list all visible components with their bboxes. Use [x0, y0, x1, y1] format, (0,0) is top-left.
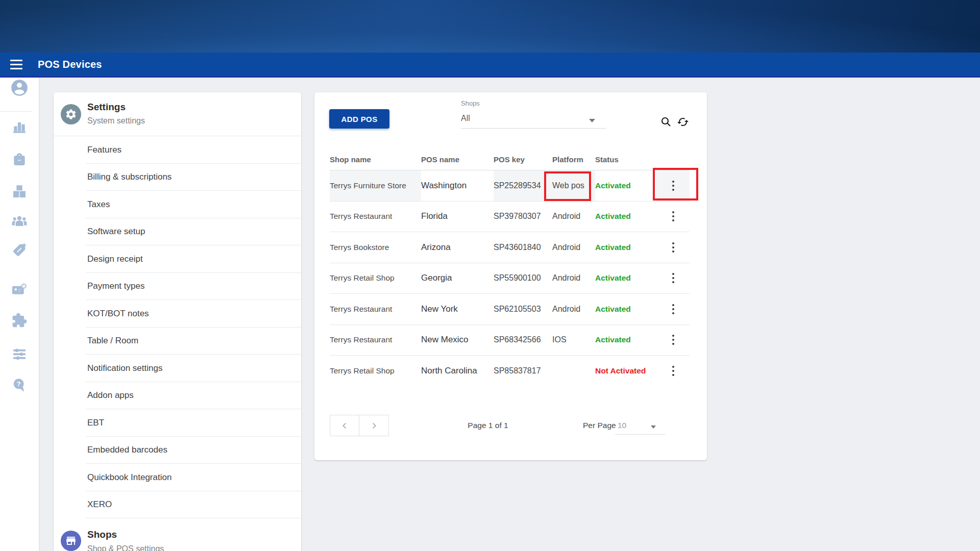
pos-devices-panel: ADD POS Shops All Shop name POS name POS…	[314, 92, 707, 460]
settings-menu-item-label: Payment types	[87, 281, 144, 291]
table-row[interactable]: Terrys Bookstore Arizona SP43601840 Andr…	[330, 232, 690, 263]
hamburger-menu-icon[interactable]	[10, 60, 22, 69]
cell-shop-name: Terrys Furniture Store	[330, 170, 421, 201]
sidebar-item-preferences[interactable]	[9, 345, 30, 365]
settings-menu-item[interactable]: EBT	[54, 409, 301, 437]
table-row[interactable]: Terrys Restaurant New York SP62105503 An…	[330, 294, 690, 325]
chevron-right-icon	[370, 422, 378, 430]
sidebar-divider	[0, 111, 32, 112]
cell-actions	[656, 356, 690, 387]
cell-status: Activated	[595, 294, 656, 324]
chevron-down-icon	[651, 425, 656, 429]
settings-menu-item[interactable]: Payment types	[54, 273, 301, 300]
cell-status: Activated	[595, 202, 656, 232]
row-menu-kebab-icon[interactable]	[669, 301, 677, 317]
analytics-icon	[12, 119, 27, 136]
cell-actions	[656, 294, 690, 324]
sidebar-item-inventory[interactable]	[9, 182, 30, 203]
cell-status: Activated	[595, 263, 656, 294]
table-row[interactable]: Terrys Retail Shop North Carolina SP8583…	[330, 356, 690, 387]
settings-menu-item[interactable]: Quickbook Integration	[54, 464, 301, 491]
app-bar: POS Devices	[0, 53, 980, 78]
page-title: POS Devices	[38, 59, 102, 70]
row-menu-kebab-icon[interactable]	[669, 239, 677, 256]
col-header-status: Status	[595, 155, 656, 164]
settings-menu-item[interactable]: Taxes	[54, 191, 301, 218]
shops-section-header[interactable]: Shops Shop & POS settings	[54, 518, 301, 551]
id-card-icon	[11, 282, 28, 300]
settings-menu-item-label: KOT/BOT notes	[87, 309, 149, 319]
cell-shop-name: Terrys Restaurant	[330, 202, 421, 232]
row-menu-kebab-icon[interactable]	[669, 208, 677, 224]
search-icon	[660, 116, 672, 128]
table-row[interactable]: Terrys Furniture Store Washington SP2528…	[330, 170, 690, 202]
chevron-left-icon	[341, 422, 349, 430]
sidebar-item-account[interactable]	[9, 79, 30, 99]
sidebar-item-customers[interactable]	[9, 212, 30, 232]
cell-status: Activated	[595, 325, 656, 356]
per-page-select[interactable]: 10	[615, 419, 665, 436]
col-header-shop-name: Shop name	[330, 155, 421, 164]
table-body: Terrys Furniture Store Washington SP2528…	[330, 170, 690, 387]
row-menu-kebab-icon[interactable]	[669, 178, 677, 194]
cell-pos-key: SP62105503	[494, 294, 552, 324]
per-page-label: Per Page	[583, 421, 616, 430]
settings-menu-item[interactable]: Features	[54, 136, 301, 164]
row-menu-kebab-icon[interactable]	[669, 363, 677, 379]
settings-menu-item[interactable]: Notification settings	[54, 355, 301, 382]
shop-bag-icon	[12, 152, 27, 169]
account-icon	[10, 78, 29, 99]
refresh-button[interactable]	[677, 116, 689, 128]
col-header-pos-name: POS name	[421, 155, 494, 164]
settings-menu-item[interactable]: Design receipt	[54, 245, 301, 273]
table-row[interactable]: Terrys Restaurant New Mexico SP68342566 …	[330, 325, 690, 356]
shops-filter-select[interactable]: Shops All	[461, 99, 606, 130]
cell-actions	[656, 263, 690, 294]
settings-menu-item-label: Quickbook Integration	[87, 472, 172, 483]
cell-shop-name: Terrys Restaurant	[330, 325, 421, 356]
settings-menu-item[interactable]: Table / Room	[54, 328, 301, 355]
per-page-value: 10	[618, 421, 626, 430]
settings-menu-item-label: Embedded barcodes	[87, 445, 167, 455]
cell-shop-name: Terrys Retail Shop	[330, 263, 421, 294]
sidebar-item-analytics[interactable]	[9, 117, 30, 138]
sidebar-item-help[interactable]: ?	[9, 376, 30, 396]
row-menu-kebab-icon[interactable]	[669, 270, 677, 286]
settings-menu-item[interactable]: Addon apps	[54, 382, 301, 410]
icon-sidebar: ?	[0, 78, 39, 551]
settings-header[interactable]: Settings System settings	[54, 92, 301, 136]
settings-menu-item[interactable]: Software setup	[54, 218, 301, 246]
table-row[interactable]: Terrys Restaurant Florida SP39780307 And…	[330, 202, 690, 233]
svg-text:?: ?	[17, 381, 21, 388]
help-icon: ?	[11, 377, 28, 395]
settings-menu-item[interactable]: Billing & subscriptions	[54, 164, 301, 191]
sidebar-item-staff[interactable]	[9, 281, 30, 301]
add-pos-button[interactable]: ADD POS	[329, 109, 389, 129]
cell-shop-name: Terrys Restaurant	[330, 294, 421, 324]
row-menu-kebab-icon[interactable]	[669, 332, 677, 348]
settings-menu-item-label: XERO	[87, 499, 112, 510]
prev-page-button[interactable]	[330, 415, 359, 436]
sidebar-item-addons[interactable]	[9, 311, 30, 332]
settings-menu-item[interactable]: XERO	[54, 491, 301, 519]
next-page-button[interactable]	[359, 415, 389, 436]
pager	[330, 415, 389, 436]
settings-menu-item-label: EBT	[87, 418, 104, 428]
sidebar-item-shop[interactable]	[9, 150, 30, 170]
customers-icon	[11, 213, 28, 231]
settings-menu-item[interactable]: Embedded barcodes	[54, 437, 301, 464]
settings-subtitle: System settings	[87, 116, 145, 126]
table-header-row: Shop name POS name POS key Platform Stat…	[330, 149, 690, 170]
sidebar-item-discounts[interactable]	[9, 241, 30, 261]
cell-platform	[552, 356, 595, 387]
search-button[interactable]	[660, 116, 672, 128]
settings-menu-item-label: Software setup	[87, 227, 145, 237]
settings-menu-item-label: Taxes	[87, 199, 110, 210]
settings-menu-item[interactable]: KOT/BOT notes	[54, 300, 301, 328]
cell-pos-name: Georgia	[421, 263, 494, 294]
table-row[interactable]: Terrys Retail Shop Georgia SP55900100 An…	[330, 263, 690, 294]
shops-title: Shops	[87, 529, 117, 540]
cell-pos-name: Arizona	[421, 232, 494, 263]
refresh-icon	[677, 116, 689, 128]
settings-menu-item-label: Features	[87, 145, 121, 155]
